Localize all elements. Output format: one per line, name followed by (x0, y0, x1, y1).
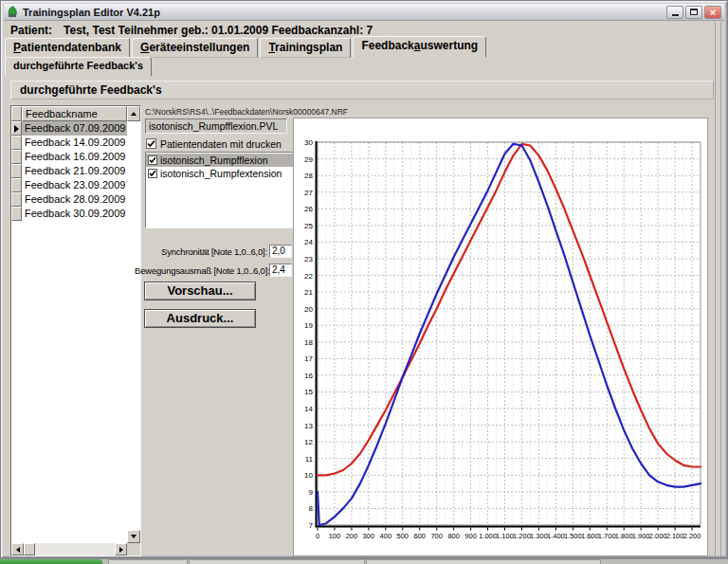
svg-text:17: 17 (304, 355, 313, 363)
tab-label: Geräteeinstellungen (140, 41, 249, 54)
scroll-left-button[interactable] (11, 543, 24, 555)
svg-text:25: 25 (304, 222, 313, 230)
svg-text:9: 9 (309, 488, 314, 497)
tab-feedbackauswertung[interactable]: Feedbackauswertung (353, 36, 486, 58)
curve-item-isotonisch-rumpfflexion[interactable]: isotonisch_Rumpfflexion (146, 154, 293, 167)
svg-text:0: 0 (316, 532, 319, 540)
sub-tab-strip: durchgeführte Feedback's (5, 59, 723, 77)
curve-selection-list: isotonisch_Rumpfflexionisotonisch_Rumpfe… (145, 152, 294, 228)
feedback-grid: Feedbackname Feedback 07.09.2009Feedback… (10, 105, 141, 556)
tab-patientendatenbank[interactable]: Patientendatenbank (5, 38, 130, 58)
tab-trainingsplan[interactable]: Trainingsplan (260, 38, 351, 58)
svg-text:800: 800 (447, 532, 460, 540)
curve-item-isotonisch-rumpfextension[interactable]: isotonisch_Rumpfextension (146, 167, 293, 180)
scrollbar-corner (127, 543, 140, 555)
scroll-down-button[interactable] (127, 530, 140, 543)
svg-text:12: 12 (304, 438, 313, 446)
scrollbar-thumb[interactable] (24, 543, 35, 555)
pvl-file-field[interactable]: isotonisch_Rumpfflexion.PVL (145, 118, 287, 134)
row-gutter-cell (11, 192, 22, 207)
svg-text:1.800: 1.800 (615, 532, 633, 540)
feedback-row[interactable]: Feedback 14.09.2009 (11, 136, 127, 150)
x-axis-ticks (318, 528, 692, 531)
feedback-row[interactable]: Feedback 30.09.2009 (11, 207, 127, 221)
print-patient-data-checkbox[interactable] (146, 138, 156, 149)
svg-text:19: 19 (304, 321, 313, 330)
svg-text:16: 16 (304, 372, 313, 380)
window-frame-line (720, 22, 721, 556)
feedback-name-cell[interactable]: Feedback 30.09.2009 (22, 207, 127, 221)
svg-text:30: 30 (304, 138, 313, 147)
feedback-row[interactable]: Feedback 23.09.2009 (11, 178, 127, 192)
svg-text:900: 900 (464, 532, 477, 540)
scrollbar-track[interactable] (35, 543, 115, 555)
minimize-button[interactable] (666, 6, 683, 19)
svg-text:2.100: 2.100 (666, 532, 684, 540)
print-patient-data-row: Patientendaten mit drucken (146, 137, 282, 150)
start-button[interactable] (0, 559, 102, 564)
tab-ger-teeinstellungen[interactable]: Geräteeinstellungen (132, 38, 258, 58)
tab-label: Patientendatenbank (13, 41, 121, 54)
feedback-name-cell[interactable]: Feedback 21.09.2009 (22, 164, 127, 178)
row-gutter-cell (11, 136, 22, 150)
curve-checkbox[interactable] (148, 155, 157, 165)
feedback-name-cell[interactable]: Feedback 16.09.2009 (22, 150, 127, 164)
horizontal-scrollbar[interactable] (11, 543, 127, 555)
feedbackname-column-header[interactable]: Feedbackname (22, 106, 127, 121)
svg-text:200: 200 (346, 532, 358, 540)
feedback-name-cell[interactable]: Feedback 14.09.2009 (22, 136, 127, 150)
feedback-chart: 7891011121314151617181920212223242526272… (294, 118, 707, 555)
curve-label: isotonisch_Rumpfflexion (160, 155, 268, 166)
tab-durchgefuehrte-feedbacks[interactable]: durchgeführte Feedback's (5, 57, 152, 77)
bewegungsausmass-label: Bewegungsausmaß [Note 1,0..6,0]: (135, 265, 267, 276)
application-window: Trainingsplan Editor V4.21p × Patient:Te… (0, 0, 728, 558)
feedback-name-cell[interactable]: Feedback 07.09.2009 (22, 121, 127, 136)
svg-text:1.900: 1.900 (632, 532, 650, 540)
row-gutter-cell (11, 164, 22, 178)
triangle-right-icon (119, 547, 123, 553)
svg-text:13: 13 (304, 422, 313, 430)
window-frame-line (715, 22, 716, 556)
svg-text:300: 300 (363, 532, 375, 540)
svg-text:14: 14 (304, 405, 313, 413)
scroll-up-button[interactable] (127, 106, 140, 121)
app-icon (7, 6, 19, 18)
taskbar-item[interactable] (366, 559, 601, 564)
svg-text:21: 21 (304, 288, 313, 297)
svg-text:1.000: 1.000 (479, 532, 497, 540)
feedback-row[interactable]: Feedback 21.09.2009 (11, 164, 127, 178)
curve-isotonisch-rumpfextension (318, 144, 701, 525)
svg-text:7: 7 (309, 521, 314, 530)
synchronitaet-input[interactable]: 2,0 (269, 245, 292, 258)
feedback-row[interactable]: Feedback 07.09.2009 (11, 121, 127, 136)
svg-text:500: 500 (397, 532, 410, 540)
feedback-row[interactable]: Feedback 28.09.2009 (11, 192, 127, 207)
feedback-name-cell[interactable]: Feedback 23.09.2009 (22, 178, 127, 192)
maximize-button[interactable] (685, 6, 702, 19)
bewegungsausmass-input[interactable]: 2,4 (269, 264, 292, 277)
close-icon: × (710, 7, 716, 18)
svg-text:10: 10 (304, 471, 313, 480)
scroll-right-button[interactable] (115, 543, 127, 555)
feedback-name-cell[interactable]: Feedback 28.09.2009 (22, 192, 127, 207)
current-row-marker-icon (14, 125, 19, 133)
feedback-row[interactable]: Feedback 16.09.2009 (11, 150, 127, 164)
svg-text:1.600: 1.600 (581, 532, 599, 540)
taskbar-item[interactable] (189, 559, 365, 564)
title-bar[interactable]: Trainingsplan Editor V4.21p × (4, 4, 724, 21)
check-mark-icon (147, 139, 155, 148)
vorschau-button[interactable]: Vorschau... (144, 282, 256, 300)
taskbar[interactable] (0, 558, 728, 564)
row-gutter-cell (11, 121, 22, 136)
triangle-down-icon (131, 535, 136, 538)
taskbar-item[interactable] (108, 559, 188, 564)
ausdruck-button[interactable]: Ausdruck... (144, 309, 256, 328)
sub-tab-label: durchgeführte Feedback's (13, 60, 143, 71)
svg-text:24: 24 (304, 238, 313, 246)
curve-checkbox[interactable] (148, 169, 157, 178)
triangle-up-icon (131, 112, 136, 116)
svg-text:11: 11 (305, 455, 314, 464)
group-caption-bar: durchgeführte Feedback's (10, 81, 714, 100)
close-button[interactable]: × (704, 6, 721, 19)
y-axis-labels: 7891011121314151617181920212223242526272… (304, 138, 313, 530)
